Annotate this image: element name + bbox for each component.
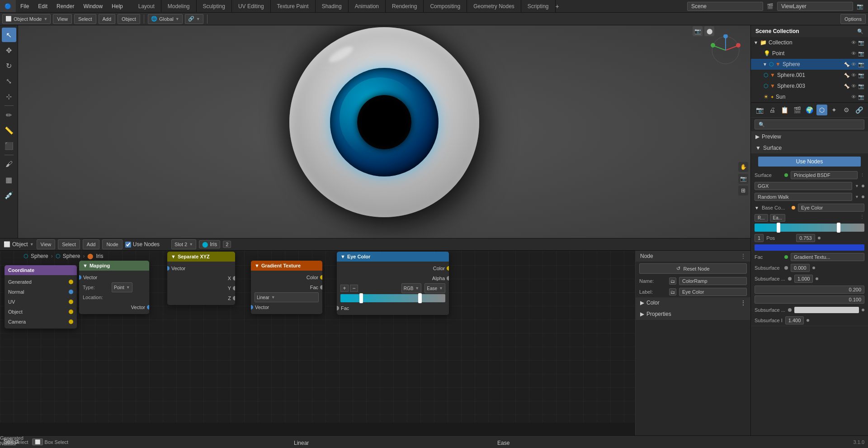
node-label-value[interactable]: Eye Color — [679, 288, 747, 296]
node-gradient-texture[interactable]: ▼ Gradient Texture Color Fac Linear ▼ — [251, 261, 322, 314]
view-layer-icon[interactable]: 📋 — [779, 105, 790, 115]
menu-window[interactable]: Window — [79, 0, 107, 12]
node-mapping[interactable]: ▼ Mapping Vector Type: Point ▼ Location: — [79, 261, 149, 314]
tab-animation[interactable]: Animation — [349, 0, 386, 12]
sphere-render-icon[interactable]: 📷 — [858, 62, 864, 67]
breadcrumb-sphere[interactable]: Sphere — [31, 253, 48, 259]
menu-edit[interactable]: Edit — [33, 0, 52, 12]
tab-modeling[interactable]: Modeling — [161, 0, 197, 12]
constraints-icon[interactable]: 🔗 — [854, 105, 864, 115]
sun-render-icon[interactable]: 📷 — [858, 94, 864, 100]
base-color-value[interactable]: Eye Color — [798, 204, 864, 212]
main-viewport[interactable]: X Y Z 📷 ⬤ ✋ 📷 ⊞ — [18, 25, 750, 238]
add-color-stop-btn[interactable]: + — [340, 285, 349, 292]
ramp-ease-dropdown[interactable]: Ease ▼ — [425, 283, 445, 293]
mode-dropdown[interactable]: ⬜ Object Mode ▼ — [2, 14, 51, 24]
sphere003-eye-icon[interactable]: 👁 — [851, 83, 856, 89]
add-menu[interactable]: Add — [99, 14, 116, 24]
ea-button[interactable]: Ea... — [770, 214, 786, 222]
add-cube-tool[interactable]: ⬛ — [2, 138, 16, 153]
navigation-gizmo[interactable]: X Y Z — [710, 34, 741, 67]
node-ramp-handle-right[interactable] — [418, 293, 422, 303]
gradient-type-dropdown[interactable]: Linear ▼ — [255, 292, 319, 302]
menu-blender[interactable]: 🔵 — [0, 0, 16, 12]
render-layer-input[interactable] — [777, 2, 853, 11]
subsurface-method[interactable]: GGX — [755, 182, 852, 190]
scene-props-icon[interactable]: 🎬 — [792, 105, 802, 115]
subsurface-val1[interactable]: 0.000 — [791, 264, 810, 272]
material-props-icon[interactable]: ⬡ — [816, 105, 827, 115]
select-menu[interactable]: Select — [74, 14, 96, 24]
sphere001-eye-icon[interactable]: 👁 — [851, 72, 856, 78]
sun-eye-icon[interactable]: 👁 — [851, 94, 856, 100]
scale-tool[interactable]: ⤡ — [2, 74, 16, 88]
grid-view-icon[interactable]: ⊞ — [738, 186, 748, 195]
node-eye-color[interactable]: ▼ Eye Color Color Alpha + − — [337, 252, 449, 315]
use-nodes-checkbox[interactable] — [125, 242, 131, 248]
colorramp-left-handle[interactable] — [777, 223, 780, 233]
menu-help[interactable]: Help — [107, 0, 127, 12]
snap-dropdown[interactable]: 🔗 ▼ — [185, 14, 203, 24]
outliner-sphere001[interactable]: ⬡ ▼ Sphere.001 🦴 👁 📷 — [751, 70, 868, 81]
collection-eye-icon[interactable]: 👁 — [851, 40, 856, 45]
view-menu[interactable]: View — [53, 14, 72, 24]
sub-val4[interactable]: 0.100 — [755, 295, 864, 304]
mapping-type-dropdown[interactable]: Point ▼ — [112, 282, 132, 292]
node-view-btn[interactable]: View — [37, 239, 56, 249]
pos-value[interactable]: 0.753 — [796, 234, 815, 242]
gradient-tool[interactable]: ▦ — [2, 172, 16, 187]
camera-view-icon[interactable]: 📷 — [738, 174, 748, 184]
surface-header[interactable]: ▼ Surface — [751, 143, 868, 153]
material-selector[interactable]: ⬤ Iris — [199, 240, 220, 248]
tab-uv-editing[interactable]: UV Editing — [232, 0, 271, 12]
node-name-value[interactable]: ColorRamp — [679, 277, 747, 285]
node-props-header[interactable]: ▶ Properties — [636, 309, 750, 319]
viewport-shading-icon[interactable]: ⬤ — [704, 26, 714, 36]
select-tool[interactable]: ↖ — [2, 28, 16, 42]
reset-node-btn[interactable]: ↺ Reset Node — [639, 263, 747, 274]
node-color-header[interactable]: ▶ Color ⋮ — [636, 297, 750, 308]
hand-tool-icon[interactable]: ✋ — [738, 162, 748, 172]
world-props-icon[interactable]: 🌍 — [804, 105, 815, 115]
sub-val3[interactable]: 0.200 — [755, 286, 864, 294]
move-tool[interactable]: ✥ — [2, 43, 16, 57]
node-select-btn[interactable]: Select — [58, 239, 80, 249]
transform-dropdown[interactable]: 🌐 Global ▼ — [148, 14, 183, 24]
tab-scripting[interactable]: Scripting — [521, 0, 556, 12]
use-nodes-button[interactable]: Use Nodes — [758, 157, 861, 167]
surface-value[interactable]: Principled BSDF — [791, 171, 858, 179]
sphere001-render-icon[interactable]: 📷 — [858, 72, 864, 78]
menu-file[interactable]: File — [16, 0, 33, 12]
menu-render[interactable]: Render — [52, 0, 79, 12]
node-add-btn[interactable]: Add — [83, 239, 100, 249]
tab-texture-paint[interactable]: Texture Paint — [271, 0, 316, 12]
brush-tool[interactable]: 🖌 — [2, 157, 16, 172]
collection-item[interactable]: ▾ 📁 Collection 👁 📷 — [751, 37, 868, 48]
measure-tool[interactable]: 📏 — [2, 123, 16, 138]
node-coordinate[interactable]: Coordinate Generated Normal UV Object — [5, 265, 77, 329]
colorramp-right-handle[interactable] — [837, 223, 840, 233]
blue-color-bar[interactable] — [755, 244, 864, 251]
sphere-eye-icon[interactable]: 👁 — [851, 62, 856, 67]
breadcrumb-iris[interactable]: Iris — [96, 253, 103, 259]
eyedropper-tool[interactable]: 💉 — [2, 188, 16, 202]
outliner-sphere[interactable]: ▾ ⬡ ▼ Sphere 🦴 👁 📷 — [751, 59, 868, 70]
filter-icon[interactable]: 🔍 — [857, 29, 863, 34]
options-btn[interactable]: Options — [840, 14, 866, 24]
tab-shading[interactable]: Shading — [316, 0, 349, 12]
node-mode-select[interactable]: ⬜ Object ▼ — [4, 241, 34, 248]
outliner-sun[interactable]: ☀ ✦ Sun 👁 📷 — [751, 91, 868, 102]
physics-icon[interactable]: ⚙ — [841, 105, 852, 115]
tab-geometry-nodes[interactable]: Geometry Nodes — [467, 0, 521, 12]
node-ramp-handle-left[interactable] — [359, 293, 363, 303]
node-panel-dots[interactable]: ⋮ — [741, 253, 746, 259]
rotate-tool[interactable]: ↻ — [2, 58, 16, 73]
tab-compositing[interactable]: Compositing — [424, 0, 467, 12]
gradient-texture-label[interactable]: Gradient Textu... — [791, 253, 864, 261]
outliner-point[interactable]: 💡 Point 👁 📷 — [751, 48, 868, 59]
material-slot-num[interactable]: 2 — [223, 241, 231, 248]
tab-sculpting[interactable]: Sculpting — [197, 0, 232, 12]
node-gradient-bar[interactable] — [340, 294, 445, 302]
node-separate-xyz[interactable]: ▼ Separate XYZ Vector X Y Z — [167, 252, 235, 305]
collection-render-icon[interactable]: 📷 — [858, 40, 864, 46]
